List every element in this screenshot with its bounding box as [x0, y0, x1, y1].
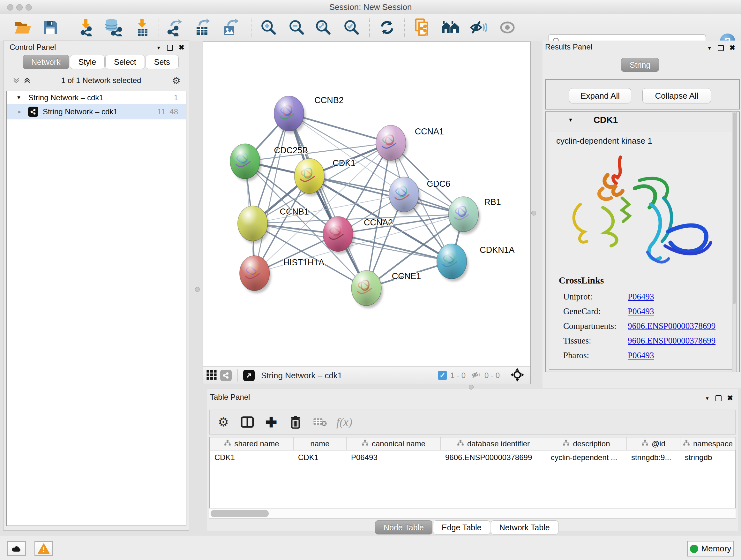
save-session-button[interactable] — [41, 17, 60, 37]
column-header-canonical-name[interactable]: canonical name — [347, 437, 441, 450]
open-session-button[interactable] — [13, 17, 33, 37]
float-panel-icon[interactable] — [167, 45, 173, 51]
import-network-button[interactable] — [76, 17, 96, 37]
crosslink-link[interactable]: P06493 — [628, 292, 654, 302]
network-node-ccne1[interactable] — [351, 271, 383, 308]
zoom-out-button[interactable] — [287, 17, 307, 37]
function-builder-icon[interactable]: f(x) — [336, 415, 352, 429]
network-node-ccna1[interactable] — [376, 125, 408, 163]
column-header-description[interactable]: description — [546, 437, 627, 450]
section-expander-icon[interactable]: ▼ — [568, 117, 573, 123]
results-scrollbar-thumb[interactable] — [733, 112, 736, 304]
network-node-hist1h1a[interactable] — [240, 256, 271, 294]
crosslink-link[interactable]: P06493 — [628, 351, 654, 361]
table-scrollbar-thumb[interactable] — [211, 510, 269, 517]
tab-network[interactable]: Network — [23, 55, 69, 69]
crosslink-link[interactable]: 9606.ENSP00000378699 — [628, 336, 716, 346]
warning-button[interactable] — [35, 541, 53, 556]
export-network-button[interactable] — [164, 17, 184, 37]
export-image-icon — [222, 18, 239, 37]
birdseye-view-icon[interactable] — [511, 368, 524, 383]
network-canvas[interactable]: CCNB2CCNA1CDC25BCDK1CDC6RB1CCNB1CCNA2CDK… — [203, 42, 530, 366]
tab-network-table[interactable]: Network Table — [491, 520, 558, 535]
crosslink-link[interactable]: P06493 — [628, 307, 654, 316]
tree-expander-icon[interactable]: ▼ — [16, 95, 21, 101]
collapse-panel-icon[interactable]: ▼ — [707, 45, 712, 51]
column-header-name[interactable]: name — [293, 437, 347, 450]
table-cell[interactable]: stringdb — [680, 450, 736, 464]
export-table-button[interactable] — [192, 17, 212, 37]
close-panel-icon[interactable]: ✖ — [727, 394, 733, 402]
network-node-cdkn1a[interactable] — [437, 244, 468, 282]
table-cell[interactable]: stringdb:9... — [627, 450, 680, 464]
network-edge-CCNB2-HIST1H1A[interactable] — [255, 114, 289, 273]
collapse-all-button[interactable]: Collapse All — [643, 88, 711, 104]
import-network-from-database-button[interactable] — [104, 17, 123, 37]
show-graphics-details-button[interactable] — [497, 17, 517, 37]
home-string-button[interactable] — [441, 17, 461, 37]
table-cell[interactable]: CDK1 — [293, 450, 347, 464]
tab-select[interactable]: Select — [105, 55, 145, 69]
table-cell[interactable]: 9606.ENSP00000378699 — [441, 450, 546, 464]
tab-node-table[interactable]: Node Table — [375, 520, 432, 535]
table-horizontal-scrollbar[interactable] — [209, 508, 736, 518]
network-node-ccnb2[interactable] — [274, 96, 306, 134]
tab-style[interactable]: Style — [70, 55, 105, 69]
column-header-id[interactable]: @id — [627, 437, 680, 450]
network-node-ccnb1[interactable] — [238, 206, 269, 244]
delete-column-trash-icon[interactable] — [289, 415, 302, 429]
network-collection-row[interactable]: ▼ String Network – cdk1 1 — [7, 91, 186, 104]
show-grid-icon[interactable] — [206, 369, 217, 381]
expand-all-icon[interactable] — [24, 77, 30, 84]
network-node-rb1[interactable] — [448, 197, 480, 234]
column-header-shared-name[interactable]: shared name — [210, 437, 293, 450]
clone-network-button[interactable] — [413, 17, 432, 37]
network-graph[interactable]: CCNB2CCNA1CDC25BCDK1CDC6RB1CCNB1CCNA2CDK… — [203, 42, 530, 366]
results-scrollbar[interactable] — [732, 111, 737, 372]
zoom-in-button[interactable] — [259, 17, 279, 37]
import-table-button[interactable] — [132, 17, 152, 37]
hidden-items-eye-icon[interactable] — [471, 370, 481, 381]
collapse-panel-icon[interactable]: ▼ — [705, 395, 710, 401]
table-cell[interactable]: P06493 — [347, 450, 441, 464]
table-row[interactable]: CDK1CDK1P064939606.ENSP00000378699cyclin… — [210, 450, 735, 464]
column-header-database-identifier[interactable]: database identifier — [441, 437, 546, 450]
crosslink-link[interactable]: 9606.ENSP00000378699 — [628, 321, 716, 331]
export-image-button[interactable] — [220, 17, 240, 37]
zoom-fit-button[interactable] — [313, 17, 333, 37]
string-view-icon[interactable] — [220, 370, 232, 381]
zoom-selected-button[interactable] — [342, 17, 361, 37]
gene-section-header[interactable]: ▼ CDK1 — [546, 112, 739, 128]
collapse-panel-icon[interactable]: ▼ — [156, 45, 161, 51]
network-options-gear-icon[interactable]: ⚙ — [172, 75, 181, 86]
table-cell[interactable]: cyclin-dependent ... — [546, 450, 627, 464]
float-panel-icon[interactable] — [716, 395, 722, 401]
selected-nodes-checkbox[interactable]: ✓ — [438, 371, 447, 380]
splitter-handle[interactable] — [531, 211, 536, 215]
close-panel-icon[interactable]: ✖ — [179, 44, 185, 52]
tab-edge-table[interactable]: Edge Table — [433, 520, 490, 535]
table-options-gear-icon[interactable]: ⚙ — [218, 415, 229, 429]
tab-sets[interactable]: Sets — [145, 55, 179, 69]
close-panel-icon[interactable]: ✖ — [730, 44, 735, 52]
open-in-window-icon[interactable] — [243, 370, 255, 381]
float-panel-icon[interactable] — [718, 45, 724, 51]
network-row-selected[interactable]: ● String Network – cdk1 11 48 — [7, 104, 186, 119]
collapse-all-icon[interactable] — [13, 77, 19, 84]
column-header-namespace[interactable]: namespace — [680, 437, 736, 450]
show-columns-icon[interactable] — [241, 416, 254, 428]
table-cell[interactable]: CDK1 — [210, 450, 293, 464]
network-node-cdc6[interactable] — [389, 177, 421, 214]
network-node-cdk1[interactable] — [294, 159, 326, 196]
tab-string[interactable]: String — [621, 58, 659, 72]
refresh-button[interactable] — [377, 17, 397, 37]
splitter-handle[interactable] — [469, 385, 474, 389]
crosslink-label: GeneCard: — [563, 307, 628, 316]
splitter-handle[interactable] — [195, 287, 200, 292]
create-column-plus-icon[interactable]: ✚ — [266, 414, 277, 430]
expand-all-button[interactable]: Expand All — [569, 88, 631, 104]
delete-table-icon[interactable] — [313, 417, 327, 428]
cloud-button[interactable] — [7, 541, 26, 556]
hide-unhide-button[interactable] — [469, 17, 488, 37]
memory-button[interactable]: Memory — [687, 541, 734, 557]
